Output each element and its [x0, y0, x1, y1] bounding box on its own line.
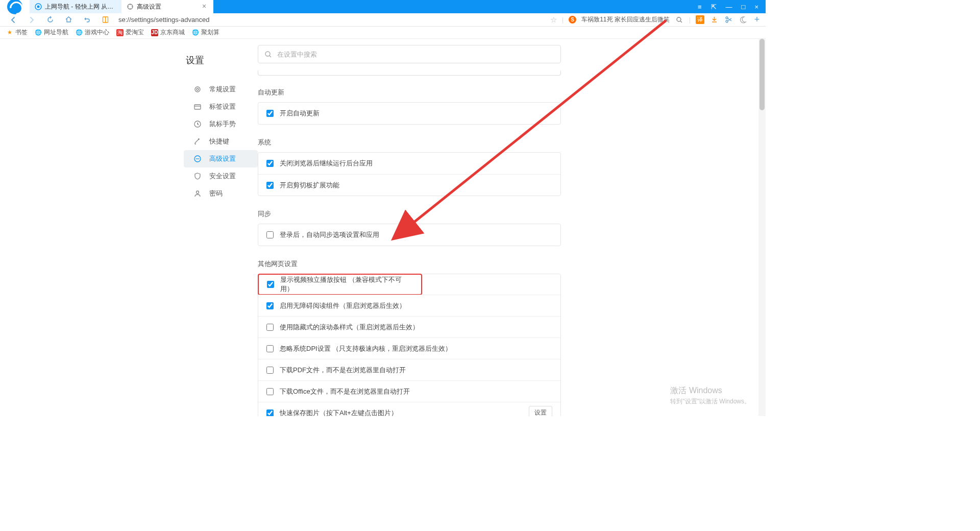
- tab-favicon-icon: [35, 3, 42, 10]
- row-sync-login[interactable]: 登录后，自动同步选项设置和应用: [258, 224, 560, 246]
- menu-general[interactable]: 常规设置: [184, 81, 258, 98]
- svg-point-6: [726, 20, 728, 22]
- bookmark-item[interactable]: 🌐聚划算: [192, 28, 219, 37]
- row-ignore-dpi[interactable]: 忽略系统DPI设置 （只支持极速内核，重启浏览器后生效）: [258, 337, 560, 359]
- checkbox[interactable]: [266, 367, 274, 374]
- close-icon[interactable]: ×: [202, 4, 208, 10]
- checkbox[interactable]: [266, 388, 274, 395]
- jd-icon: JD: [151, 29, 158, 36]
- checkbox[interactable]: [266, 160, 274, 167]
- bookmark-label: 书签: [15, 28, 28, 37]
- checkbox[interactable]: [267, 281, 274, 288]
- add-icon[interactable]: +: [752, 15, 762, 25]
- menu-security[interactable]: 安全设置: [184, 167, 258, 185]
- svg-point-14: [199, 158, 200, 159]
- row-accessibility[interactable]: 启用无障碍阅读组件（重启浏览器后生效）: [258, 295, 560, 316]
- titlebar: 上网导航 - 轻快上网 从这里开始 高级设置 × ≡ ⇱ — □ ×: [0, 0, 766, 13]
- globe-icon: 🌐: [192, 29, 199, 36]
- windows-activation-watermark: 激活 Windows 转到"设置"以激活 Windows。: [670, 385, 750, 406]
- reader-button[interactable]: [99, 14, 111, 26]
- pin-icon[interactable]: ⇱: [711, 3, 717, 11]
- svg-rect-9: [194, 105, 201, 109]
- row-label: 快速保存图片（按下Alt+左键点击图片）: [280, 408, 398, 417]
- reload-button[interactable]: [44, 14, 56, 26]
- moon-icon[interactable]: [738, 15, 747, 25]
- search-icon[interactable]: [675, 15, 684, 25]
- row-download-office[interactable]: 下载Office文件，而不是在浏览器里自动打开: [258, 380, 560, 402]
- row-label: 启用无障碍阅读组件（重启浏览器后生效）: [280, 301, 406, 310]
- section-title-other: 其他网页设置: [258, 259, 745, 269]
- row-auto-update[interactable]: 开启自动更新: [258, 103, 560, 124]
- clock-icon: [193, 119, 202, 129]
- row-quick-save-image[interactable]: 快速保存图片（按下Alt+左键点击图片）设置: [258, 402, 560, 416]
- bookmark-label: 京东商城: [160, 28, 185, 37]
- content-area: 设置 常规设置 标签设置 鼠标手势 快捷键 高级设置: [0, 39, 766, 416]
- section-title-auto-update: 自动更新: [258, 88, 745, 97]
- menu-advanced[interactable]: 高级设置: [184, 150, 258, 167]
- checkbox[interactable]: [266, 302, 274, 309]
- bookmark-item[interactable]: 🌐网址导航: [35, 28, 68, 37]
- favorite-icon[interactable]: ☆: [550, 15, 557, 25]
- checkbox[interactable]: [266, 231, 274, 238]
- menu-label: 常规设置: [209, 85, 236, 94]
- checkbox[interactable]: [266, 409, 274, 417]
- bookmark-item[interactable]: JD京东商城: [151, 28, 185, 37]
- home-button[interactable]: [62, 14, 75, 26]
- menu-icon[interactable]: ≡: [698, 3, 702, 11]
- row-label: 显示视频独立播放按钮 （兼容模式下不可用）: [280, 275, 413, 294]
- svg-point-15: [197, 191, 199, 194]
- tab-title: 上网导航 - 轻快上网 从这里开始: [45, 3, 116, 11]
- menu-label: 鼠标手势: [209, 119, 236, 129]
- bookmark-item[interactable]: 淘爱淘宝: [116, 28, 144, 37]
- svg-point-8: [197, 88, 199, 90]
- checkbox[interactable]: [266, 324, 274, 331]
- bookmark-bar: ★书签 🌐网址导航 🌐游戏中心 淘爱淘宝 JD京东商城 🌐聚划算: [0, 27, 766, 39]
- tab-nav-home[interactable]: 上网导航 - 轻快上网 从这里开始: [30, 0, 121, 13]
- bookmark-label: 游戏中心: [85, 28, 109, 37]
- settings-menu: 常规设置 标签设置 鼠标手势 快捷键 高级设置 安全设置: [184, 81, 258, 202]
- download-icon[interactable]: [709, 15, 719, 25]
- row-label: 使用隐藏式的滚动条样式（重启浏览器后生效）: [280, 323, 419, 332]
- translate-icon[interactable]: 译: [696, 15, 704, 24]
- row-background-apps[interactable]: 关闭浏览器后继续运行后台应用: [258, 153, 560, 174]
- row-hidden-scrollbar[interactable]: 使用隐藏式的滚动条样式（重启浏览器后生效）: [258, 316, 560, 337]
- minimize-icon[interactable]: —: [726, 3, 732, 11]
- back-button[interactable]: [7, 14, 19, 26]
- svg-point-1: [37, 6, 40, 8]
- section-title-system: 系统: [258, 138, 745, 147]
- news-ticker[interactable]: 车祸致11死 家长回应逃生后微笑: [581, 15, 670, 24]
- row-clipboard-ext[interactable]: 开启剪切板扩展功能: [258, 174, 560, 196]
- menu-shortcuts[interactable]: 快捷键: [184, 133, 258, 150]
- bookmarks-menu[interactable]: ★书签: [6, 28, 28, 37]
- menu-mouse-gestures[interactable]: 鼠标手势: [184, 115, 258, 133]
- search-input[interactable]: [277, 51, 554, 58]
- scrollbar-thumb[interactable]: [760, 39, 765, 110]
- vertical-scrollbar[interactable]: [758, 39, 766, 416]
- row-label: 关闭浏览器后继续运行后台应用: [280, 159, 373, 168]
- url-input[interactable]: [114, 16, 550, 23]
- tab-advanced-settings[interactable]: 高级设置 ×: [121, 0, 213, 13]
- menu-passwords[interactable]: 密码: [184, 185, 258, 202]
- globe-icon: 🌐: [35, 29, 42, 36]
- row-download-pdf[interactable]: 下载PDF文件，而不是在浏览器里自动打开: [258, 359, 560, 380]
- scissors-icon[interactable]: [724, 15, 733, 25]
- undo-button[interactable]: [81, 14, 93, 26]
- close-window-icon[interactable]: ×: [754, 3, 758, 11]
- bookmark-item[interactable]: 🌐游戏中心: [76, 28, 109, 37]
- bookmark-label: 网址导航: [44, 28, 68, 37]
- search-icon: [264, 51, 272, 58]
- settings-search[interactable]: [258, 45, 561, 63]
- settings-button[interactable]: 设置: [529, 406, 552, 416]
- menu-tabs[interactable]: 标签设置: [184, 98, 258, 115]
- watermark-sub: 转到"设置"以激活 Windows。: [670, 397, 750, 406]
- checkbox[interactable]: [266, 182, 274, 189]
- forward-button[interactable]: [26, 14, 38, 26]
- tab-strip: 上网导航 - 轻快上网 从这里开始 高级设置 ×: [30, 0, 691, 13]
- row-label: 下载Office文件，而不是在浏览器里自动打开: [280, 387, 410, 396]
- star-icon: ★: [6, 29, 13, 36]
- checkbox[interactable]: [266, 110, 274, 117]
- row-video-popup[interactable]: 显示视频独立播放按钮 （兼容模式下不可用）: [258, 274, 422, 295]
- svg-point-16: [265, 52, 270, 56]
- checkbox[interactable]: [266, 345, 274, 352]
- maximize-icon[interactable]: □: [742, 3, 746, 11]
